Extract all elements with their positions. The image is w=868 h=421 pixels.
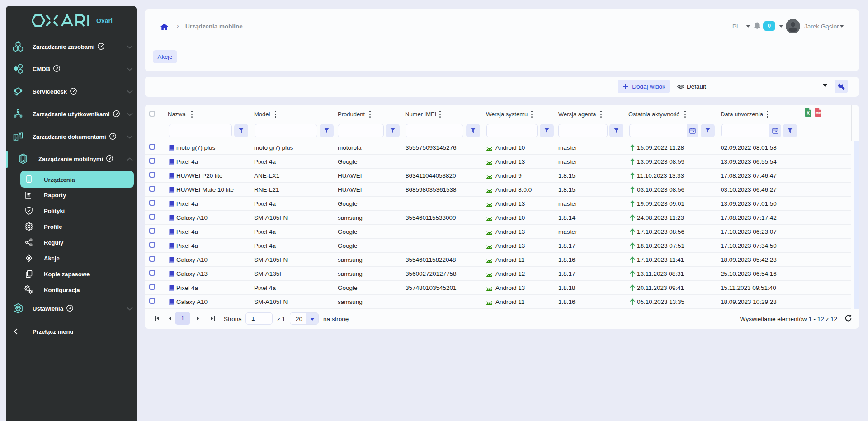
svg-text:PDF: PDF	[816, 112, 821, 114]
svg-text:X: X	[807, 111, 810, 116]
